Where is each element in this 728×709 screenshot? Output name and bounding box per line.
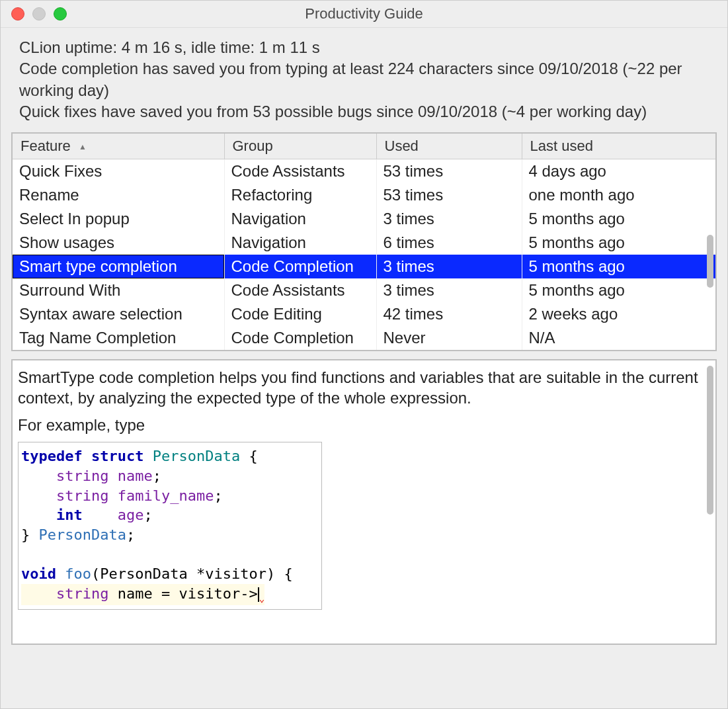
cell-group: Code Assistants [224,159,376,183]
productivity-guide-window: Productivity Guide CLion uptime: 4 m 16 … [0,0,728,709]
table-row[interactable]: RenameRefactoring53 timesone month ago [13,183,715,207]
cell-feature: Surround With [13,278,224,302]
cell-last: 5 months ago [522,255,715,278]
cell-last: 2 weeks ago [522,302,715,326]
body-arrow: -> [240,585,258,602]
cell-feature: Show usages [13,231,224,255]
col-group-label: Group [233,138,273,154]
cell-group: Code Editing [224,302,376,326]
kw-void: void [21,565,56,582]
body-string: string [56,585,108,602]
cell-last: 5 months ago [522,207,715,231]
stats-block: CLion uptime: 4 m 16 s, idle time: 1 m 1… [1,28,727,132]
cell-used: Never [376,326,522,350]
detail-description: SmartType code completion helps you find… [18,367,710,408]
cell-last: 5 months ago [522,278,715,302]
cell-feature: Smart type completion [13,255,224,278]
type-string-1: string [56,468,108,484]
table-row[interactable]: Show usagesNavigation6 times5 months ago [13,231,715,255]
field-age: age [118,507,144,523]
table-row[interactable]: Select In popupNavigation3 times5 months… [13,207,715,231]
semi-4: ; [126,526,135,543]
cell-feature: Tag Name Completion [13,326,224,350]
col-feature[interactable]: Feature ▲ [13,134,224,159]
table-row[interactable]: Quick FixesCode Assistants53 times4 days… [13,159,715,183]
cell-used: 3 times [376,278,522,302]
cell-group: Code Completion [224,326,376,350]
cell-feature: Rename [13,183,224,207]
feature-table: Feature ▲ Group Used Last used Quick Fix… [13,134,715,350]
field-name: name [118,468,153,484]
semi-1: ; [153,468,161,484]
feature-table-container: Feature ▲ Group Used Last used Quick Fix… [11,132,717,351]
cell-last: 4 days ago [522,159,715,183]
cell-last: 5 months ago [522,231,715,255]
kw-int: int [56,507,83,523]
detail-example-intro: For example, type [18,415,710,435]
cell-feature: Syntax aware selection [13,302,224,326]
semi-3: ; [143,507,152,523]
brace-close: } [21,526,39,543]
type-string-2: string [56,487,108,504]
cell-used: 53 times [376,183,522,207]
table-row[interactable]: Tag Name CompletionCode CompletionNeverN… [13,326,715,350]
fn-foo: foo [65,565,91,582]
quickfix-line: Quick fixes have saved you from 53 possi… [19,101,711,122]
titlebar: Productivity Guide [1,1,727,28]
cell-used: 53 times [376,159,522,183]
table-header-row: Feature ▲ Group Used Last used [13,134,715,159]
fn-sig: (PersonData *visitor) { [91,565,293,582]
completion-line: Code completion has saved you from typin… [19,58,711,101]
field-family: family_name [118,487,214,504]
type-persondata: PersonData [153,448,240,464]
uptime-line: CLion uptime: 4 m 16 s, idle time: 1 m 1… [19,37,711,58]
col-last-label: Last used [530,138,593,154]
cell-feature: Quick Fixes [13,159,224,183]
col-last[interactable]: Last used [522,134,715,159]
body-visitor: visitor [179,585,240,602]
code-sample: typedef struct PersonData { string name;… [18,442,322,610]
col-used[interactable]: Used [376,134,522,159]
cell-used: 6 times [376,231,522,255]
body-eq: = [153,585,179,602]
alias-persondata: PersonData [39,526,126,543]
error-squiggle-icon: ⌄ [259,593,264,604]
table-body: Quick FixesCode Assistants53 times4 days… [13,159,715,350]
window-title: Productivity Guide [1,5,727,22]
cell-group: Code Completion [224,255,376,278]
cell-used: 3 times [376,207,522,231]
cell-used: 3 times [376,255,522,278]
kw-typedef: typedef [21,448,83,464]
cell-last: N/A [522,326,715,350]
detail-pane: SmartType code completion helps you find… [11,359,717,645]
cell-group: Code Assistants [224,278,376,302]
col-used-label: Used [385,138,419,154]
cell-used: 42 times [376,302,522,326]
highlighted-line: string name = visitor->⌄ [21,584,264,605]
body-name: name [118,585,153,602]
table-scrollbar[interactable] [707,235,713,288]
table-row[interactable]: Syntax aware selectionCode Editing42 tim… [13,302,715,326]
cell-group: Refactoring [224,183,376,207]
col-group[interactable]: Group [224,134,376,159]
semi-2: ; [214,487,222,504]
sort-asc-icon: ▲ [79,142,87,151]
cell-group: Navigation [224,231,376,255]
brace-open: { [240,448,258,464]
detail-scrollbar[interactable] [707,366,713,515]
table-row[interactable]: Smart type completionCode Completion3 ti… [13,255,715,278]
col-feature-label: Feature [20,138,71,154]
cell-last: one month ago [522,183,715,207]
cell-group: Navigation [224,207,376,231]
table-row[interactable]: Surround WithCode Assistants3 times5 mon… [13,278,715,302]
kw-struct: struct [91,448,143,464]
cell-feature: Select In popup [13,207,224,231]
